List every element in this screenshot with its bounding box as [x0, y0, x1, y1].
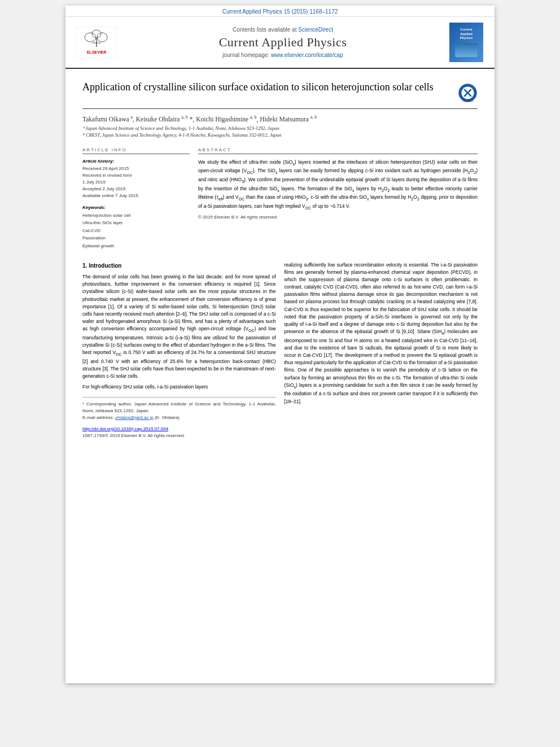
journal-name: Current Applied Physics	[125, 35, 441, 50]
affiliation-b: ᵇ CREST, Japan Science and Technology Ag…	[82, 132, 478, 139]
issn-text: 1567-1739/© 2015 Elsevier B.V. All right…	[82, 433, 185, 438]
affiliations: ᵃ Japan Advanced Institute of Science an…	[82, 125, 478, 139]
revised-date: 1 July 2015	[82, 179, 190, 186]
keywords-label: Keywords:	[82, 205, 190, 210]
intro-left-column: 1. Introduction The demand of solar cell…	[82, 261, 276, 440]
journal-homepage-line: journal homepage: www.elsevier.com/locat…	[125, 52, 441, 58]
keyword-3: Cat-CVD	[82, 227, 190, 235]
publisher-logo-area: ELSEVIER	[74, 23, 119, 62]
journal-cover-thumbnail: CurrentAppliedPhysics	[449, 23, 483, 62]
footnote-area: * Corresponding author. Japan Advanced I…	[82, 397, 276, 421]
email-note: E-mail address: ohdaira@jaist.ac.jp (K. …	[82, 414, 276, 421]
title-section: Application of crystalline silicon surfa…	[82, 80, 478, 109]
authors-text: Takafumi Oikawa a, Keisuke Ohdaira a, b …	[82, 116, 317, 123]
keyword-4: Passivation	[82, 234, 190, 242]
affiliation-a: ᵃ Japan Advanced Institute of Science an…	[82, 125, 478, 132]
accepted-date: Accepted 2 July 2015	[82, 186, 190, 193]
article-content: Application of crystalline silicon surfa…	[65, 69, 495, 451]
intro-paragraph-1: The demand of solar cells has been growi…	[82, 273, 276, 380]
received-date: Received 29 April 2015	[82, 165, 190, 172]
keyword-5: Epitaxial growth	[82, 242, 190, 250]
abstract-column: ABSTRACT We study the effect of ultra-th…	[198, 147, 478, 250]
copyright-text: © 2015 Elsevier B.V. All rights reserved…	[198, 215, 478, 220]
authors-section: Takafumi Oikawa a, Keisuke Ohdaira a, b …	[82, 115, 478, 139]
article-title: Application of crystalline silicon surfa…	[82, 80, 449, 94]
intro-right-column: realizing sufficiently low surface recom…	[285, 261, 478, 440]
info-abstract-section: ARTICLE INFO Article history: Received 2…	[82, 147, 478, 250]
article-history-label: Article history:	[82, 159, 190, 164]
intro-paragraph-2-start: For high-efficiency SHJ solar cells, i-a…	[82, 383, 276, 391]
sciencedirect-line: Contents lists available at ScienceDirec…	[125, 27, 441, 33]
crossmark-icon: CrossMark	[458, 83, 478, 103]
crossmark-badge[interactable]: CrossMark	[458, 83, 478, 103]
journal-homepage-link[interactable]: www.elsevier.com/locate/cap	[271, 52, 343, 58]
article-info-header: ARTICLE INFO	[82, 147, 190, 154]
article-info-column: ARTICLE INFO Article history: Received 2…	[82, 147, 190, 250]
email-link[interactable]: ohdaira@jaist.ac.jp	[115, 415, 154, 420]
intro-section-title: 1. Introduction	[82, 261, 276, 270]
introduction-section: 1. Introduction The demand of solar cell…	[82, 261, 478, 440]
abstract-text: We study the effect of ultra-thin oxide …	[198, 159, 478, 212]
abstract-header: ABSTRACT	[198, 147, 478, 154]
journal-title-area: Contents lists available at ScienceDirec…	[125, 23, 441, 62]
sciencedirect-link[interactable]: ScienceDirect	[298, 27, 333, 33]
available-online: Available online 7 July 2015	[82, 193, 190, 199]
revised-label: Received in revised form	[82, 172, 190, 179]
svg-text:CrossMark: CrossMark	[462, 99, 473, 102]
svg-text:ELSEVIER: ELSEVIER	[87, 50, 107, 54]
journal-citation: Current Applied Physics 15 (2015) 1168–1…	[222, 8, 338, 15]
keyword-2: Ultra-thin SiOx layer	[82, 219, 190, 227]
journal-citation-bar: Current Applied Physics 15 (2015) 1168–1…	[65, 6, 495, 17]
journal-thumbnail-area: CurrentAppliedPhysics	[447, 23, 486, 62]
corresponding-author-note: * Corresponding author. Japan Advanced I…	[82, 401, 276, 414]
doi-link[interactable]: http://dx.doi.org/10.1016/j.cap.2015.07.…	[82, 426, 168, 431]
doi-area: http://dx.doi.org/10.1016/j.cap.2015.07.…	[82, 426, 276, 440]
keywords-section: Keywords: Heterojunction solar cell Ultr…	[82, 205, 190, 250]
intro-paragraph-2-cont: realizing sufficiently low surface recom…	[285, 261, 478, 405]
elsevier-logo-icon: ELSEVIER	[76, 27, 117, 58]
keyword-1: Heterojunction solar cell	[82, 212, 190, 220]
journal-header: ELSEVIER Contents lists available at Sci…	[65, 17, 495, 69]
journal-page: Current Applied Physics 15 (2015) 1168–1…	[65, 6, 495, 683]
